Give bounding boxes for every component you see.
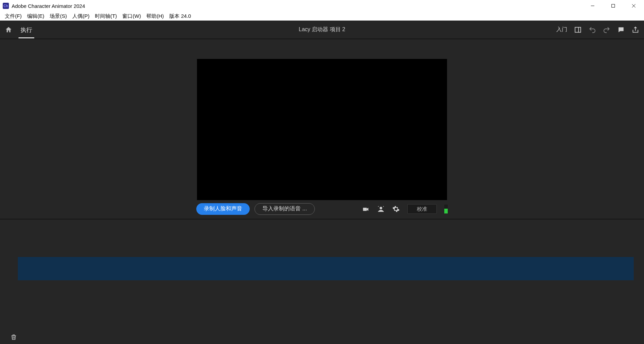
menubar: 文件(F) 编辑(E) 场景(S) 人偶(P) 时间轴(T) 窗口(W) 帮助(… — [0, 12, 644, 21]
face-tracking-icon[interactable] — [377, 205, 385, 213]
calibrate-button[interactable]: 校准 — [407, 204, 437, 214]
close-button[interactable] — [623, 0, 644, 12]
getting-started-link[interactable]: 入门 — [556, 26, 567, 33]
trash-icon[interactable] — [10, 333, 17, 342]
timeline-track[interactable] — [18, 257, 634, 280]
app-icon: Ch — [3, 3, 9, 9]
menu-window[interactable]: 窗口(W) — [120, 12, 144, 20]
svg-point-7 — [380, 207, 382, 209]
undo-icon[interactable] — [589, 26, 596, 34]
menu-timeline[interactable]: 时间轴(T) — [92, 12, 120, 20]
menu-file[interactable]: 文件(F) — [2, 12, 24, 20]
share-icon[interactable] — [632, 26, 639, 34]
minimize-button[interactable] — [582, 0, 603, 12]
import-audio-button[interactable]: 导入录制的语音 ... — [255, 203, 315, 215]
stage-area: 录制人脸和声音 导入录制的语音 ... 校准 — [0, 39, 644, 219]
workspace-toolbar: 执行 Lacy 启动器 项目 2 入门 — [0, 21, 644, 39]
menu-puppet[interactable]: 人偶(P) — [70, 12, 92, 20]
menu-edit[interactable]: 编辑(E) — [24, 12, 47, 20]
footer-bar — [0, 332, 644, 344]
project-title: Lacy 启动器 项目 2 — [299, 26, 345, 33]
camera-input-icon[interactable] — [362, 205, 370, 213]
record-face-voice-button[interactable]: 录制人脸和声音 — [196, 203, 250, 215]
maximize-button[interactable] — [603, 0, 623, 12]
svg-rect-6 — [363, 208, 367, 211]
window-controls — [582, 0, 644, 12]
home-icon[interactable] — [5, 26, 12, 34]
workspace-layout-icon[interactable] — [574, 26, 582, 34]
tab-perform[interactable]: 执行 — [18, 21, 34, 38]
settings-gear-icon[interactable] — [392, 205, 400, 213]
record-controls: 录制人脸和声音 导入录制的语音 ... 校准 — [0, 200, 644, 219]
svg-rect-1 — [612, 4, 615, 8]
menu-version: 版本 24.0 — [166, 12, 194, 20]
window-titlebar: Ch Adobe Character Animator 2024 — [0, 0, 644, 12]
timeline-panel[interactable] — [0, 219, 644, 332]
audio-level-meter — [444, 205, 448, 213]
svg-rect-4 — [575, 27, 581, 32]
camera-stage — [197, 59, 447, 200]
window-title: Adobe Character Animator 2024 — [12, 3, 85, 9]
menu-scene[interactable]: 场景(S) — [47, 12, 70, 20]
comment-icon[interactable] — [617, 26, 625, 34]
redo-icon[interactable] — [603, 26, 610, 34]
menu-help[interactable]: 帮助(H) — [144, 12, 166, 20]
